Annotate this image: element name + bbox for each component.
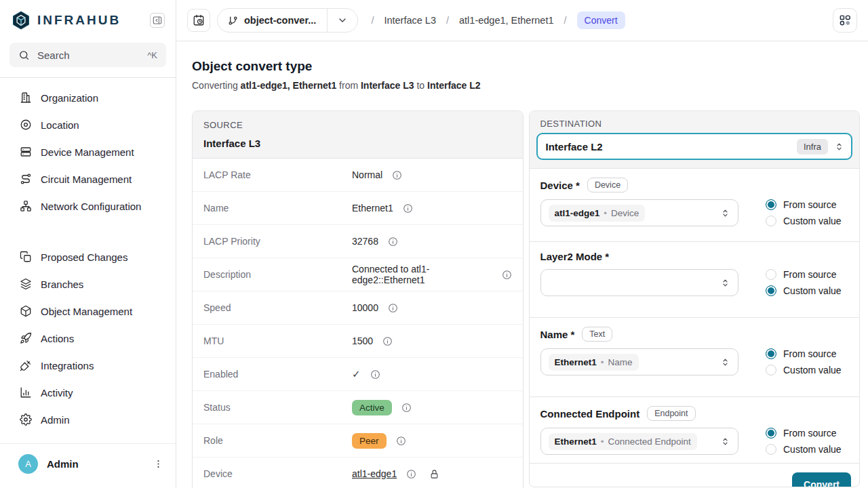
- branch-selector-value-area[interactable]: object-conver...: [218, 9, 327, 32]
- source-row-name: Name Ethernet1: [193, 192, 523, 225]
- chevrons-up-down-icon: [720, 278, 730, 288]
- calendar-clock-button[interactable]: [187, 9, 210, 32]
- destination-kind-value: Interface L2: [546, 141, 797, 152]
- sidebar-item-label: Circuit Management: [41, 174, 132, 185]
- device-select[interactable]: atl1-edge1 • Device: [540, 199, 738, 226]
- chevron-down-icon: [337, 15, 348, 26]
- main-area: object-conver... / Interface L3 / atl1-e…: [176, 0, 868, 488]
- calendar-clock-icon: [193, 14, 205, 26]
- info-icon[interactable]: [401, 403, 412, 413]
- user-menu[interactable]: A Admin: [0, 443, 176, 488]
- field-section-name: Name * Text Ethernet1 • Name: [530, 318, 860, 397]
- user-kebab-menu-button[interactable]: [152, 458, 165, 470]
- sidebar-item-label: Proposed Changes: [41, 251, 127, 263]
- name-select[interactable]: Ethernet1 • Name: [540, 348, 738, 375]
- source-panel-label: SOURCE: [203, 120, 512, 130]
- rocket-icon: [20, 332, 32, 344]
- device-link[interactable]: atl1-edge1: [352, 468, 397, 479]
- sidebar-item-branches[interactable]: Branches: [0, 270, 176, 298]
- radio-custom-value[interactable]: Custom value: [766, 365, 848, 375]
- sidebar-item-actions[interactable]: Actions: [0, 325, 176, 352]
- convert-button[interactable]: Convert: [792, 472, 851, 487]
- info-icon[interactable]: [406, 469, 416, 479]
- sidebar-item-circuit-management[interactable]: Circuit Management: [0, 165, 176, 192]
- server-icon: [20, 146, 32, 158]
- workspace-apps-icon: [838, 14, 852, 27]
- bar-chart-icon: [20, 386, 32, 399]
- connected-endpoint-select[interactable]: Ethernet1 • Connected Endpoint: [540, 428, 738, 455]
- source-row-enabled: Enabled ✓: [193, 358, 523, 391]
- subtitle-object-name: atl1-edge1, Ethernet1: [241, 80, 337, 91]
- sidebar-item-device-management[interactable]: Device Management: [0, 138, 176, 165]
- source-row-status: Status Active: [193, 391, 523, 424]
- sidebar-item-label: Actions: [41, 333, 74, 344]
- chevrons-up-down-icon: [834, 142, 844, 152]
- field-section-layer2-mode: Layer2 Mode * From source Custom value: [530, 242, 860, 318]
- info-icon[interactable]: [396, 436, 406, 446]
- info-icon[interactable]: [502, 270, 512, 280]
- source-row-mtu: MTU 1500: [193, 325, 523, 358]
- plug-icon: [20, 359, 32, 371]
- info-icon[interactable]: [403, 203, 413, 214]
- route-icon: [20, 173, 32, 185]
- radio-button: [766, 285, 776, 296]
- layers-icon: [20, 278, 32, 290]
- radio-from-source[interactable]: From source: [766, 199, 848, 210]
- sidebar-nav: Organization Location Device Management …: [0, 78, 176, 433]
- source-row-lacp-rate: LACP Rate Normal: [193, 159, 523, 192]
- radio-button: [766, 444, 776, 455]
- sidebar-item-location[interactable]: Location: [0, 111, 176, 138]
- info-icon[interactable]: [392, 170, 402, 180]
- workspace-apps-button[interactable]: [833, 8, 857, 33]
- branch-selector-caret[interactable]: [327, 9, 357, 32]
- radio-custom-value[interactable]: Custom value: [766, 285, 848, 296]
- info-icon[interactable]: [388, 237, 398, 247]
- radio-custom-value[interactable]: Custom value: [766, 216, 848, 226]
- field-label-layer2-mode: Layer2 Mode *: [540, 251, 610, 262]
- layer2-mode-select[interactable]: [540, 269, 738, 296]
- role-badge: Peer: [352, 433, 387, 449]
- sidebar-item-organization[interactable]: Organization: [0, 84, 176, 111]
- selected-value-pill: Ethernet1 • Name: [549, 354, 639, 371]
- sidebar-item-network-configuration[interactable]: Network Configuration: [0, 192, 176, 220]
- avatar: A: [18, 454, 38, 474]
- field-kind-badge: Endpoint: [647, 406, 695, 421]
- info-icon[interactable]: [388, 303, 398, 313]
- radio-custom-value[interactable]: Custom value: [766, 444, 848, 455]
- sidebar-item-object-management[interactable]: Object Management: [0, 298, 176, 325]
- sidebar-item-integrations[interactable]: Integrations: [0, 352, 176, 379]
- sidebar-item-proposed-changes[interactable]: Proposed Changes: [0, 243, 176, 270]
- branch-selector[interactable]: object-conver...: [217, 8, 358, 33]
- breadcrumb-item-interface-l3[interactable]: Interface L3: [384, 15, 436, 26]
- info-icon[interactable]: [370, 369, 380, 380]
- radio-from-source[interactable]: From source: [766, 428, 848, 439]
- selected-value-pill: atl1-edge1 • Device: [549, 205, 646, 222]
- sidebar-item-activity[interactable]: Activity: [0, 379, 176, 406]
- sidebar-collapse-button[interactable]: [150, 13, 165, 28]
- info-icon[interactable]: [382, 336, 393, 346]
- field-section-connected-endpoint: Connected Endpoint Endpoint Ethernet1 • …: [530, 397, 860, 464]
- sidebar-item-label: Activity: [41, 387, 73, 399]
- destination-panel-header: DESTINATION Interface L2 Infra: [530, 111, 860, 169]
- subtitle-dest-kind: Interface L2: [427, 80, 481, 91]
- field-kind-badge: Device: [587, 178, 628, 192]
- radio-from-source[interactable]: From source: [766, 269, 848, 280]
- user-name: Admin: [47, 458, 79, 470]
- source-row-device: Device atl1-edge1: [193, 458, 523, 488]
- layer2-mode-source-radio-group: From source Custom value: [766, 269, 848, 296]
- name-source-radio-group: From source Custom value: [766, 348, 848, 375]
- radio-button: [766, 199, 776, 210]
- sidebar-item-admin[interactable]: Admin: [0, 406, 176, 433]
- brand-wordmark: INFRAHUB: [37, 13, 121, 28]
- subtitle-source-kind: Interface L3: [361, 80, 414, 91]
- source-row-lacp-priority: LACP Priority 32768: [193, 225, 523, 258]
- breadcrumb-item-object[interactable]: atl1-edge1, Ethernet1: [459, 15, 553, 26]
- sidebar-item-label: Organization: [41, 92, 98, 104]
- search-shortcut: ^K: [147, 50, 157, 60]
- radio-from-source[interactable]: From source: [766, 348, 848, 359]
- destination-kind-select[interactable]: Interface L2 Infra: [536, 133, 853, 160]
- diff-copy-icon: [20, 251, 32, 263]
- breadcrumb-item-convert-active[interactable]: Convert: [577, 12, 625, 29]
- search-input[interactable]: Search ^K: [9, 43, 166, 67]
- namespace-badge: Infra: [797, 139, 828, 155]
